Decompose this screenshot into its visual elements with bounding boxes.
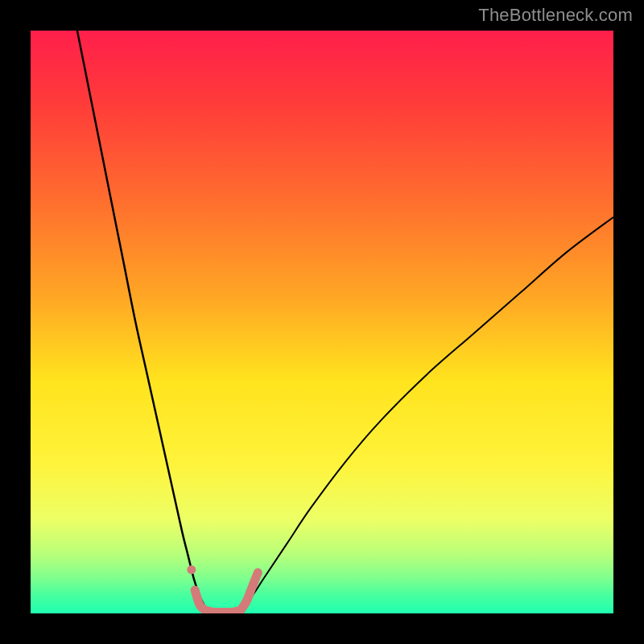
marker-left-dot: [187, 565, 196, 574]
chart-curves: [31, 31, 613, 613]
plot-area: [31, 31, 613, 613]
series-bottom-left-thick: [195, 590, 205, 610]
series-right-branch: [241, 217, 613, 608]
watermark-text: TheBottleneck.com: [478, 5, 633, 26]
series-flat-bottom: [205, 610, 240, 612]
chart-frame: TheBottleneck.com: [0, 0, 644, 644]
series-left-branch: [77, 31, 205, 608]
